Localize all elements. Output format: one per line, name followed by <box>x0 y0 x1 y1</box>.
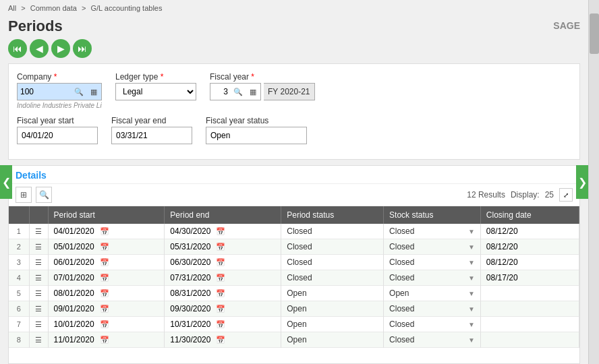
cell-period-start: 05/01/2020 📅 <box>48 239 165 255</box>
ledger-group: Ledger type * Legal Analytical Budget <box>115 72 196 109</box>
ledger-label: Ledger type * <box>115 72 196 82</box>
breadcrumb-current: G/L accounting tables <box>90 4 162 12</box>
company-grid-icon[interactable]: ▦ <box>86 84 101 100</box>
fy-start-group: Fiscal year start <box>17 116 98 144</box>
page-title: Periods <box>8 18 63 35</box>
cell-closing-date: 08/12/20 <box>480 224 579 239</box>
cell-period-start: 11/01/2020 📅 <box>48 332 165 348</box>
cell-icon[interactable]: ☰ <box>29 286 48 301</box>
side-arrow-left[interactable]: ❮ <box>0 165 12 199</box>
cell-closing-date <box>480 332 579 348</box>
cell-period-end: 06/30/2020 📅 <box>165 255 281 270</box>
breadcrumb-all[interactable]: All <box>8 4 16 12</box>
cell-num: 5 <box>9 286 29 301</box>
cell-period-end: 09/30/2020 📅 <box>165 301 281 317</box>
table-wrapper: Period start Period end Period status St… <box>9 206 579 363</box>
display-value: 25 <box>545 190 554 200</box>
prev-button[interactable]: ◀ <box>30 39 49 58</box>
cell-period-start: 09/01/2020 📅 <box>48 301 165 317</box>
breadcrumb-common-data[interactable]: Common data <box>30 4 77 12</box>
form-row-1: Company * 🔍 ▦ Indoline Industries Privat… <box>17 72 571 109</box>
details-section: Details ⊞ 🔍 12 Results Display: 25 ⤢ Per… <box>8 165 580 364</box>
cell-period-start: 07/01/2020 📅 <box>48 270 165 286</box>
company-input-wrapper: 🔍 ▦ <box>17 83 102 100</box>
table-row[interactable]: 3 ☰ 06/01/2020 📅 06/30/2020 📅 Closed Clo… <box>9 255 579 270</box>
cell-icon[interactable]: ☰ <box>29 255 48 270</box>
fy-start-label: Fiscal year start <box>17 116 98 125</box>
fiscal-year-search-icon[interactable]: 🔍 <box>231 84 246 100</box>
scrollbar[interactable] <box>588 0 599 364</box>
cell-period-status: Closed <box>281 239 384 255</box>
cell-closing-date: 08/12/20 <box>480 239 579 255</box>
cell-stock-status: Closed ▼ <box>384 317 481 332</box>
cell-num: 1 <box>9 224 29 239</box>
table-row[interactable]: 2 ☰ 05/01/2020 📅 05/31/2020 📅 Closed Clo… <box>9 239 579 255</box>
cell-closing-date: 08/12/20 <box>480 255 579 270</box>
next-button[interactable]: ▶ <box>51 39 70 58</box>
cell-stock-status: Open ▼ <box>384 286 481 301</box>
periods-table: Period start Period end Period status St… <box>9 206 579 348</box>
cell-period-start: 08/01/2020 📅 <box>48 286 165 301</box>
table-row[interactable]: 6 ☰ 09/01/2020 📅 09/30/2020 📅 Open Close… <box>9 301 579 317</box>
fy-status-group: Fiscal year status <box>206 116 307 144</box>
fiscal-year-group: Fiscal year * 🔍 ▦ FY 2020-21 <box>210 72 315 109</box>
cell-period-end: 10/31/2020 📅 <box>165 317 281 332</box>
breadcrumb: All > Common data > G/L accounting table… <box>0 0 588 15</box>
cell-icon[interactable]: ☰ <box>29 224 48 239</box>
last-button[interactable]: ⏭ <box>73 39 92 58</box>
company-label: Company * <box>17 72 102 82</box>
fiscal-year-grid-icon[interactable]: ▦ <box>246 84 260 100</box>
table-row[interactable]: 1 ☰ 04/01/2020 📅 04/30/2020 📅 Closed Clo… <box>9 224 579 239</box>
col-num <box>9 206 29 224</box>
table-row[interactable]: 5 ☰ 08/01/2020 📅 08/31/2020 📅 Open Open … <box>9 286 579 301</box>
cell-stock-status: Closed ▼ <box>384 255 481 270</box>
fiscal-year-label: Fiscal year * <box>210 72 315 82</box>
cell-icon[interactable]: ☰ <box>29 301 48 317</box>
ledger-select[interactable]: Legal Analytical Budget <box>115 83 196 100</box>
table-row[interactable]: 4 ☰ 07/01/2020 📅 07/31/2020 📅 Closed Clo… <box>9 270 579 286</box>
cell-closing-date <box>480 286 579 301</box>
cell-period-status: Open <box>281 286 384 301</box>
fy-status-input[interactable] <box>206 127 307 144</box>
cell-period-end: 11/30/2020 📅 <box>165 332 281 348</box>
cell-num: 4 <box>9 270 29 286</box>
cell-icon[interactable]: ☰ <box>29 270 48 286</box>
cell-closing-date <box>480 317 579 332</box>
cell-period-status: Open <box>281 332 384 348</box>
cell-period-end: 05/31/2020 📅 <box>165 239 281 255</box>
col-period-end: Period end <box>165 206 281 224</box>
scrollbar-thumb[interactable] <box>590 13 599 54</box>
fy-start-input[interactable] <box>17 127 98 144</box>
col-stock-status: Stock status <box>384 206 481 224</box>
cell-icon[interactable]: ☰ <box>29 317 48 332</box>
cell-closing-date <box>480 301 579 317</box>
cell-period-start: 10/01/2020 📅 <box>48 317 165 332</box>
table-row[interactable]: 8 ☰ 11/01/2020 📅 11/30/2020 📅 Open Close… <box>9 332 579 348</box>
col-period-status: Period status <box>281 206 384 224</box>
col-period-start: Period start <box>48 206 165 224</box>
company-input[interactable] <box>18 86 72 98</box>
first-button[interactable]: ⏮ <box>8 39 27 58</box>
cell-period-start: 06/01/2020 📅 <box>48 255 165 270</box>
toolbar: ⏮ ◀ ▶ ⏭ <box>0 39 588 63</box>
cell-period-status: Open <box>281 317 384 332</box>
company-search-icon[interactable]: 🔍 <box>72 84 86 100</box>
cell-icon[interactable]: ☰ <box>29 332 48 348</box>
details-search-btn[interactable]: 🔍 <box>36 187 52 203</box>
col-closing-date: Closing date <box>480 206 579 224</box>
expand-btn[interactable]: ⤢ <box>559 188 573 202</box>
cell-stock-status: Closed ▼ <box>384 270 481 286</box>
cell-num: 6 <box>9 301 29 317</box>
cell-period-status: Closed <box>281 224 384 239</box>
fiscal-year-input[interactable] <box>210 86 231 98</box>
results-count: 12 Results <box>467 190 505 200</box>
details-grid-btn[interactable]: ⊞ <box>16 187 32 203</box>
table-row[interactable]: 7 ☰ 10/01/2020 📅 10/31/2020 📅 Open Close… <box>9 317 579 332</box>
display-label: Display: <box>511 190 540 200</box>
fiscal-year-input-wrap: 🔍 ▦ <box>210 83 261 100</box>
side-arrow-right[interactable]: ❯ <box>576 165 588 199</box>
cell-icon[interactable]: ☰ <box>29 239 48 255</box>
sage-logo: SAGE <box>553 20 580 31</box>
cell-stock-status: Closed ▼ <box>384 224 481 239</box>
fy-end-input[interactable] <box>111 127 192 144</box>
